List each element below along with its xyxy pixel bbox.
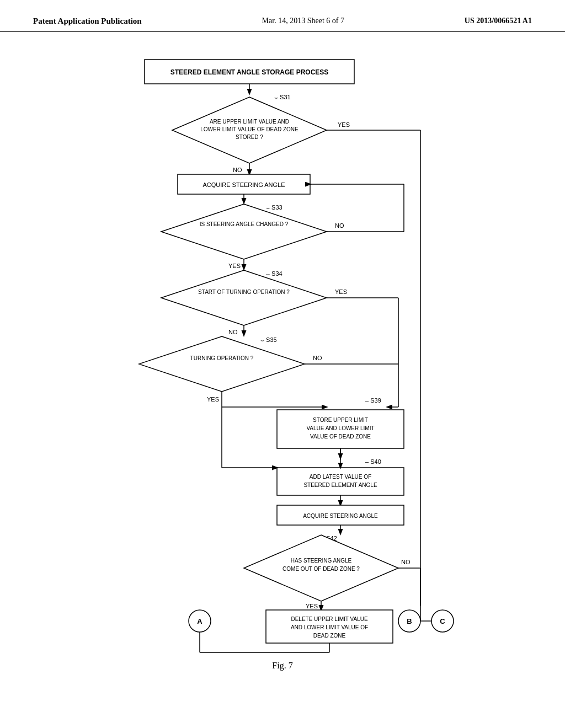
header-patent-number: US 2013/0066521 A1	[465, 17, 532, 25]
svg-text:IS STEERING ANGLE CHANGED ?: IS STEERING ANGLE CHANGED ?	[200, 221, 289, 227]
svg-text:– S40: – S40	[365, 458, 381, 465]
svg-text:NO: NO	[401, 559, 411, 565]
svg-marker-28	[161, 270, 327, 325]
diagram-container: STEERED ELEMENT ANGLE STORAGE PROCESS ⌣ …	[0, 38, 565, 682]
svg-text:STORED ?: STORED ?	[236, 134, 263, 140]
page-header: Patent Application Publication Mar. 14, …	[0, 0, 565, 32]
svg-text:AND LOWER LIMIT VALUE OF: AND LOWER LIMIT VALUE OF	[291, 624, 368, 630]
svg-text:YES: YES	[228, 263, 241, 269]
svg-text:DEAD ZONE: DEAD ZONE	[313, 633, 346, 639]
flowchart-svg: STEERED ELEMENT ANGLE STORAGE PROCESS ⌣ …	[89, 49, 476, 655]
svg-text:DELETE UPPER LIMIT VALUE: DELETE UPPER LIMIT VALUE	[291, 616, 367, 622]
svg-marker-18	[161, 204, 327, 259]
svg-text:YES: YES	[306, 603, 318, 609]
svg-text:A: A	[197, 617, 202, 625]
svg-text:VALUE OF DEAD ZONE: VALUE OF DEAD ZONE	[310, 433, 371, 440]
svg-text:⌣ S31: ⌣ S31	[274, 94, 291, 100]
svg-text:YES: YES	[338, 121, 350, 128]
svg-text:⌣ S34: ⌣ S34	[266, 270, 282, 277]
svg-text:ADD LATEST VALUE OF: ADD LATEST VALUE OF	[310, 474, 371, 480]
svg-text:NO: NO	[228, 329, 238, 335]
svg-text:STEERED ELEMENT ANGLE: STEERED ELEMENT ANGLE	[303, 482, 377, 488]
svg-text:– S39: – S39	[365, 397, 381, 404]
svg-text:COME OUT OF DEAD ZONE ?: COME OUT OF DEAD ZONE ?	[282, 566, 360, 572]
svg-text:⌣ S35: ⌣ S35	[260, 336, 277, 343]
svg-rect-54	[277, 468, 404, 495]
figure-label: Fig. 7	[272, 661, 292, 671]
svg-text:NO: NO	[233, 167, 242, 173]
svg-text:⌣ S33: ⌣ S33	[266, 204, 282, 211]
svg-text:B: B	[407, 617, 412, 625]
svg-text:STEERED ELEMENT ANGLE STORAGE : STEERED ELEMENT ANGLE STORAGE PROCESS	[170, 68, 329, 76]
svg-text:NO: NO	[313, 355, 322, 361]
svg-text:ARE UPPER LIMIT VALUE AND: ARE UPPER LIMIT VALUE AND	[210, 119, 289, 125]
svg-text:TURNING OPERATION ?: TURNING OPERATION ?	[190, 355, 254, 361]
svg-text:ACQUIRE STEERING ANGLE: ACQUIRE STEERING ANGLE	[202, 181, 285, 188]
svg-text:STORE UPPER LIMIT: STORE UPPER LIMIT	[313, 417, 368, 423]
svg-text:HAS STEERING ANGLE: HAS STEERING ANGLE	[291, 558, 352, 564]
header-publication-label: Patent Application Publication	[33, 17, 142, 26]
header-date-sheet: Mar. 14, 2013 Sheet 6 of 7	[262, 17, 344, 25]
svg-text:START OF TURNING OPERATION ?: START OF TURNING OPERATION ?	[198, 289, 290, 295]
svg-text:YES: YES	[207, 396, 219, 403]
svg-marker-36	[139, 336, 305, 392]
svg-text:NO: NO	[335, 222, 344, 229]
svg-text:LOWER LIMIT VALUE OF DEAD ZONE: LOWER LIMIT VALUE OF DEAD ZONE	[200, 126, 299, 132]
svg-text:C: C	[440, 617, 445, 625]
svg-text:ACQUIRE STEERING ANGLE: ACQUIRE STEERING ANGLE	[303, 513, 378, 519]
svg-text:YES: YES	[335, 288, 347, 295]
svg-text:VALUE AND LOWER LIMIT: VALUE AND LOWER LIMIT	[306, 425, 374, 431]
